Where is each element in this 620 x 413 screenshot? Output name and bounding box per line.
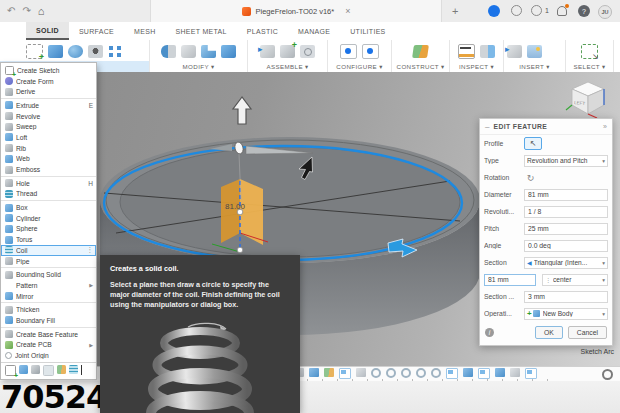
insert-component-icon[interactable] <box>260 45 275 58</box>
menu-item-torus[interactable]: Torus <box>1 234 96 245</box>
extensions-icon[interactable] <box>531 5 542 16</box>
menu-item-derive[interactable]: Derive <box>1 86 96 99</box>
dialog-more-icon[interactable]: » <box>603 123 607 130</box>
tab-manage[interactable]: MANAGE <box>288 22 340 40</box>
quick-loft-icon[interactable] <box>43 365 54 376</box>
create-sketch-icon[interactable] <box>26 44 43 59</box>
toolbar-group-label[interactable]: CONFIGURE ▾ <box>328 61 391 72</box>
timeline-sketch-icon[interactable] <box>446 368 458 379</box>
menu-item-sweep[interactable]: Sweep <box>1 121 96 132</box>
quick-extrude-icon[interactable] <box>19 365 28 374</box>
timeline-form-icon[interactable] <box>386 368 396 378</box>
tab-utilities[interactable]: UTILITIES <box>340 22 395 40</box>
toolbar-group-label[interactable]: CONSTRUCT ▾ <box>392 61 449 72</box>
rotation-direction-toggle[interactable]: ↻ <box>524 171 537 184</box>
measure-icon[interactable] <box>458 44 475 59</box>
job-status-icon[interactable] <box>488 5 500 17</box>
diameter-input[interactable] <box>524 189 608 201</box>
menu-item-hole[interactable]: Hole H <box>1 178 96 189</box>
menu-item-create-pcb[interactable]: Create PCB ▶ <box>1 340 96 351</box>
section-type-dropdown[interactable]: ◀ Triangular (Inten... ▾ <box>524 257 608 269</box>
joint-icon[interactable] <box>300 45 315 58</box>
menu-item-boundary-fill[interactable]: Boundary Fill <box>1 315 96 328</box>
timeline-form-icon[interactable] <box>401 368 411 378</box>
menu-item-bounding-solid[interactable]: Bounding Solid <box>1 269 96 280</box>
menu-item-create-base-feature[interactable]: Create Base Feature <box>1 329 96 340</box>
profile-select-button[interactable]: ↖ <box>524 137 542 150</box>
help-icon[interactable]: ? <box>578 5 590 17</box>
menu-item-joint-origin[interactable]: Joint Origin <box>1 350 96 361</box>
timeline-settings-gear-icon[interactable] <box>602 369 613 380</box>
quick-construct-plane-icon[interactable] <box>57 365 66 374</box>
toolbar-group-label[interactable]: INSPECT ▾ <box>450 61 503 72</box>
timeline-form-icon[interactable] <box>371 368 381 378</box>
menu-item-sphere[interactable]: Sphere <box>1 224 96 235</box>
info-icon[interactable]: i <box>485 328 494 337</box>
hole-icon[interactable] <box>88 45 103 58</box>
section-size-input[interactable] <box>524 291 608 303</box>
configuration-table-icon[interactable] <box>340 44 357 59</box>
timeline-extrude-icon[interactable] <box>495 368 505 377</box>
tab-solid[interactable]: SOLID <box>26 22 69 40</box>
timeline-sketch-icon[interactable] <box>525 368 537 379</box>
menu-item-box[interactable]: Box <box>1 202 96 213</box>
toolbar-group-label[interactable]: INSERT ▾ <box>504 61 565 72</box>
document-tab[interactable]: PiegeFrelon-TO02 v16* × <box>150 0 442 22</box>
menu-item-coil[interactable]: Coil ⋮ <box>1 245 96 256</box>
dialog-header[interactable]: – EDIT FEATURE » <box>480 119 612 135</box>
menu-item-extrude[interactable]: Extrude E <box>1 100 96 111</box>
create-form-icon[interactable] <box>68 45 83 58</box>
pattern-icon[interactable] <box>108 45 123 58</box>
menu-item-web[interactable]: Web <box>1 154 96 165</box>
menu-item-revolve[interactable]: Revolve <box>1 111 96 122</box>
ok-button[interactable]: OK <box>535 326 563 339</box>
tab-plastic[interactable]: PLASTIC <box>237 22 288 40</box>
menu-item-emboss[interactable]: Emboss <box>1 164 96 177</box>
insert-mesh-icon[interactable] <box>547 45 562 58</box>
timeline-form-icon[interactable] <box>416 368 426 378</box>
revolutions-input[interactable] <box>524 206 608 218</box>
toolbar-group-label[interactable]: SELECT ▾ <box>566 61 613 72</box>
menu-item-loft[interactable]: Loft <box>1 132 96 143</box>
timeline-extrude-icon[interactable] <box>463 368 473 377</box>
combine-icon[interactable] <box>221 45 236 58</box>
toolbar-group-label[interactable]: ASSEMBLE ▾ <box>248 61 327 72</box>
new-tab-button[interactable]: + <box>452 4 458 18</box>
press-pull-icon[interactable] <box>161 45 176 58</box>
menu-item-pattern[interactable]: Pattern ▶ <box>1 280 96 291</box>
construction-plane-icon[interactable] <box>412 45 429 58</box>
section-position-dropdown[interactable]: ⋮ center ▾ <box>542 274 608 286</box>
cancel-button[interactable]: Cancel <box>568 326 607 339</box>
redo-icon[interactable]: ↷ <box>22 0 30 22</box>
quick-create-sketch-icon[interactable] <box>5 365 16 376</box>
menu-item-create-form[interactable]: Create Form <box>1 76 96 87</box>
angle-input[interactable] <box>524 240 608 252</box>
view-cube[interactable]: LEFT <box>564 74 612 122</box>
tab-mesh[interactable]: MESH <box>124 22 165 40</box>
extrude-icon[interactable] <box>48 45 63 58</box>
notification-bell-icon[interactable] <box>557 6 567 16</box>
configure-features-icon[interactable] <box>362 44 379 59</box>
undo-icon[interactable]: ↶ <box>7 0 15 22</box>
quick-coil-icon[interactable] <box>69 365 78 374</box>
tab-surface[interactable]: SURFACE <box>69 22 124 40</box>
select-tool-icon[interactable] <box>581 44 598 59</box>
collapse-icon[interactable]: – <box>485 122 489 131</box>
quick-revolve-icon[interactable] <box>31 365 40 374</box>
timeline-sketch-icon[interactable] <box>339 368 351 379</box>
timeline-form-icon[interactable] <box>431 368 441 378</box>
shell-icon[interactable] <box>201 45 216 58</box>
operation-dropdown[interactable]: + New Body ▾ <box>524 308 608 320</box>
menu-item-rib[interactable]: Rib <box>1 143 96 154</box>
timeline-hole-icon[interactable] <box>356 368 366 377</box>
fillet-icon[interactable] <box>181 45 196 58</box>
timeline-fillet-icon[interactable] <box>510 368 520 377</box>
section-analysis-icon[interactable] <box>480 45 495 58</box>
axis-handle-bottom[interactable] <box>237 247 243 253</box>
sync-icon[interactable] <box>511 5 522 16</box>
menu-item-cylinder[interactable]: Cylinder <box>1 213 96 224</box>
toolbar-group-label[interactable]: MODIFY ▾ <box>150 61 247 72</box>
user-avatar[interactable]: JU <box>598 5 612 19</box>
section-diameter-input[interactable] <box>484 274 536 286</box>
home-icon[interactable]: ⌂ <box>38 0 45 22</box>
